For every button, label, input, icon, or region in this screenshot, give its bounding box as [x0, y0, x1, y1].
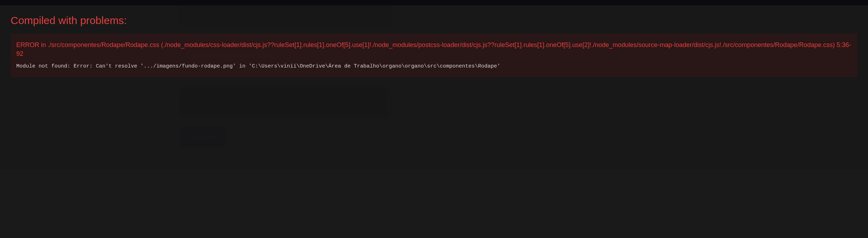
top-bar: [0, 0, 868, 5]
error-title: ERROR in ./src/componentes/Rodape/Rodape…: [16, 41, 852, 58]
error-block: ERROR in ./src/componentes/Rodape/Rodape…: [11, 34, 857, 77]
error-message: Module not found: Error: Can't resolve '…: [16, 63, 852, 69]
error-overlay-header: Compiled with problems:: [0, 5, 868, 34]
error-overlay: Compiled with problems: ERROR in ./src/c…: [0, 0, 868, 169]
